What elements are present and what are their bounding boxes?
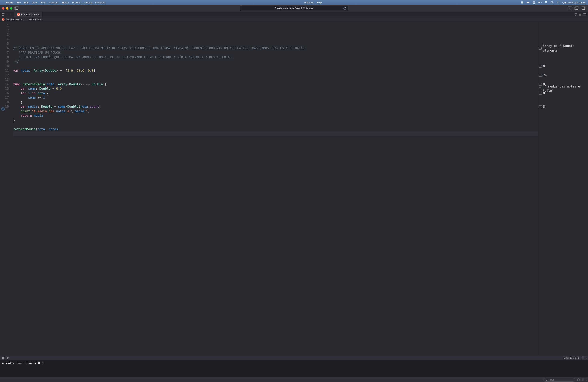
- gutter-line[interactable]: 8: [0, 55, 9, 60]
- add-target-button[interactable]: ＋: [567, 6, 572, 10]
- gutter-line[interactable]: 7: [0, 51, 9, 55]
- activity-spinner-icon: [343, 7, 346, 10]
- menu-window[interactable]: Window: [304, 1, 313, 4]
- console-output: A média das notas é 8.0: [2, 362, 43, 365]
- nav-forward-icon[interactable]: 〉: [10, 13, 12, 16]
- menu-navigate[interactable]: Navigate: [49, 1, 59, 4]
- svg-line-8: [553, 3, 553, 4]
- toggle-left-panel-button[interactable]: [14, 6, 19, 10]
- editor-tab-label: DesafioColecoes: [21, 13, 39, 16]
- macos-menubar: Xcode File Edit View Find Navigate Edito…: [0, 0, 588, 5]
- gutter-line[interactable]: 3: [0, 33, 9, 37]
- gutter-line[interactable]: 9: [0, 59, 9, 64]
- screen-record-icon[interactable]: [532, 1, 536, 4]
- quicklook-icon[interactable]: [539, 74, 542, 76]
- breadcrumb-selection[interactable]: No Selection: [29, 18, 42, 21]
- editor-tab[interactable]: DesafioColecoes: [14, 12, 42, 17]
- gutter-line[interactable]: 4: [0, 37, 9, 42]
- quicklook-icon[interactable]: [539, 83, 542, 86]
- menu-edit[interactable]: Edit: [24, 1, 28, 4]
- result-row[interactable]: "A média das notas é 8.0\n": [539, 87, 586, 91]
- quicklook-icon[interactable]: [539, 65, 542, 68]
- do-not-disturb-icon[interactable]: [526, 1, 530, 4]
- gutter-line[interactable]: 18: [0, 100, 9, 105]
- svg-rect-21: [2, 15, 3, 16]
- quicklook-icon[interactable]: [539, 92, 542, 95]
- jump-bar[interactable]: DesafioColecoes 〉 No Selection: [0, 17, 588, 22]
- result-row[interactable]: 24: [539, 73, 586, 78]
- console-filter-field[interactable]: [543, 378, 575, 382]
- nav-back-icon[interactable]: 〈: [6, 13, 8, 16]
- gutter-line[interactable]: 10: [0, 64, 9, 69]
- adjust-editor-icon[interactable]: [579, 13, 582, 16]
- menu-product[interactable]: Product: [72, 1, 81, 4]
- menubar-clock[interactable]: Qui. 25 de jul. 22:15: [562, 1, 586, 4]
- gutter-line[interactable]: 2: [0, 28, 9, 33]
- activity-status: Ready to continue DesafioColecoes: [240, 6, 348, 11]
- console-filter-input[interactable]: [549, 378, 573, 381]
- window-zoom-button[interactable]: [10, 7, 12, 10]
- related-items-icon[interactable]: [2, 13, 4, 16]
- debug-stop-icon[interactable]: [2, 357, 4, 359]
- gutter-line[interactable]: 1: [0, 24, 9, 28]
- menubar-app-name[interactable]: Xcode: [6, 1, 13, 4]
- quicklook-icon[interactable]: [539, 105, 542, 108]
- library-button[interactable]: [574, 6, 579, 10]
- gutter-line[interactable]: 12: [0, 73, 9, 78]
- line-gutter[interactable]: 1 2 3 4 5 6 7 8 9 10 11 12 13 14 15 16 1…: [0, 22, 10, 356]
- svg-point-2: [533, 2, 534, 3]
- quicklook-icon[interactable]: [539, 47, 542, 50]
- menu-integrate[interactable]: Integrate: [95, 1, 105, 4]
- menu-editor[interactable]: Editor: [62, 1, 69, 4]
- activity-status-text: Ready to continue DesafioColecoes: [275, 7, 313, 10]
- menu-view[interactable]: View: [32, 1, 37, 4]
- gutter-line[interactable]: 14: [0, 82, 9, 87]
- gutter-line[interactable]: 11: [0, 69, 9, 73]
- menu-help[interactable]: Help: [316, 1, 322, 4]
- gutter-line[interactable]: 5: [0, 41, 9, 46]
- swift-file-icon: [2, 18, 4, 21]
- menu-file[interactable]: File: [17, 1, 21, 4]
- breadcrumb-separator-icon: 〉: [25, 18, 27, 21]
- breadcrumb-project[interactable]: DesafioColecoes: [6, 18, 24, 21]
- gutter-line[interactable]: 15: [0, 87, 9, 91]
- console-split-toggle[interactable]: [582, 378, 586, 382]
- gutter-line[interactable]: 16: [0, 91, 9, 96]
- result-row[interactable]: 0: [539, 64, 586, 69]
- svg-rect-14: [15, 7, 16, 9]
- clear-console-icon[interactable]: [577, 378, 580, 381]
- console-pane-toggle[interactable]: [582, 356, 586, 360]
- svg-rect-4: [539, 2, 540, 3]
- window-close-button[interactable]: [2, 7, 4, 10]
- menu-find[interactable]: Find: [41, 1, 45, 4]
- window-minimize-button[interactable]: [6, 7, 8, 10]
- gutter-line[interactable]: 13: [0, 77, 9, 82]
- xcode-toolbar: Ready to continue DesafioColecoes ＋: [0, 5, 588, 12]
- toggle-right-panel-button[interactable]: [581, 6, 586, 10]
- debug-console[interactable]: A média das notas é 8.0: [0, 360, 588, 377]
- result-row[interactable]: 8: [539, 104, 586, 109]
- status-item-1-icon[interactable]: [520, 1, 524, 4]
- control-center-icon[interactable]: [556, 1, 560, 4]
- quicklook-icon[interactable]: [539, 88, 541, 90]
- spotlight-icon[interactable]: [550, 1, 554, 4]
- result-row[interactable]: Array of 3 Double elements: [539, 46, 586, 51]
- battery-icon[interactable]: [538, 1, 542, 4]
- run-to-line-icon[interactable]: [1, 107, 5, 111]
- svg-point-7: [551, 1, 553, 3]
- editor-tabbar: 〈 〉 DesafioColecoes: [0, 12, 588, 17]
- gutter-line[interactable]: 17: [0, 96, 9, 100]
- source-editor[interactable]: /* PENSE EM UM APLICATIVO QUE FAZ O CÁLC…: [10, 22, 538, 356]
- window-traffic-lights: [2, 7, 12, 10]
- debug-play-icon[interactable]: [7, 357, 9, 359]
- add-editor-icon[interactable]: [583, 13, 586, 16]
- menu-debug[interactable]: Debug: [84, 1, 92, 4]
- svg-rect-26: [583, 13, 586, 16]
- wifi-icon[interactable]: [545, 1, 547, 4]
- debug-toolbar: Line: 20 Col: 1: [0, 356, 588, 360]
- gutter-line[interactable]: 6: [0, 46, 9, 51]
- swift-file-icon: [17, 13, 20, 16]
- refresh-jump-icon[interactable]: [574, 13, 577, 16]
- filter-icon: [546, 379, 547, 381]
- svg-rect-20: [3, 13, 4, 14]
